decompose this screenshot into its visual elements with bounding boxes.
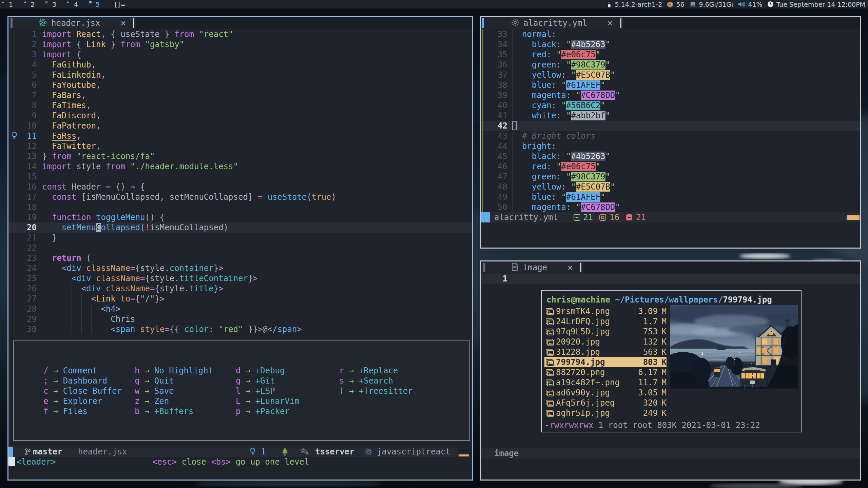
whichkey-binding-e[interactable]: e → Explorer	[43, 396, 102, 406]
code-line-42[interactable]: 42	[481, 121, 860, 131]
file-row-31228.jpg[interactable]: 31228.jpg563K	[544, 347, 667, 357]
file-row-ad6v90y.jpg[interactable]: ad6v90y.jpg3.05M	[544, 388, 667, 398]
code-line-11[interactable]: 11 FaRss,	[8, 131, 472, 141]
file-row-24LrDFQ.jpg[interactable]: 24LrDFQ.jpg1.7M	[544, 316, 667, 327]
whichkey-binding-s[interactable]: s → +Search	[339, 376, 393, 386]
code-line-25[interactable]: 25 <div className={style.titleContainer}…	[8, 273, 472, 284]
workspace-tag-1[interactable]: 1	[0, 0, 22, 8]
workspace-tag-3[interactable]: 3	[43, 0, 65, 8]
code-line-50[interactable]: 50 magenta: "#C678DD"	[481, 202, 860, 212]
code-line-33[interactable]: 33 normal:	[481, 29, 860, 39]
whichkey-binding-f[interactable]: f → Files	[43, 406, 88, 416]
whichkey-binding-w[interactable]: w → Save	[135, 386, 174, 396]
code-line-5[interactable]: 5 FaLinkedin,	[8, 70, 472, 80]
file-row-799794.jpg[interactable]: 799794.jpg803K	[544, 357, 667, 367]
code-line-35[interactable]: 35 red: "#e06c75"	[481, 50, 860, 60]
whichkey-binding-/[interactable]: / → Comment	[43, 366, 97, 376]
tab-title[interactable]: image	[523, 263, 547, 272]
file-icon	[511, 263, 519, 272]
code-line-6[interactable]: 6 FaYoutube,	[8, 80, 472, 90]
whichkey-binding-p[interactable]: p → +Packer	[236, 406, 290, 416]
code-line-40[interactable]: 40 cyan: "#56B6C2"	[481, 100, 860, 111]
whichkey-binding-r[interactable]: r → +Replace	[339, 366, 398, 376]
code-line-44[interactable]: 44 bright:	[481, 141, 860, 151]
code-line-45[interactable]: 45 black: "#4b5263"	[481, 151, 860, 161]
tab-title[interactable]: alacritty.yml	[523, 18, 587, 28]
whichkey-binding-b[interactable]: b → +Buffers	[135, 406, 193, 416]
code-line-49[interactable]: 49 blue: "#61AFEF"	[481, 192, 860, 202]
code-line-27[interactable]: 27 <Link to={"/"}>	[8, 294, 472, 304]
code-line-4[interactable]: 4 FaGithub,	[8, 60, 472, 70]
whichkey-binding-L[interactable]: L → +LunarVim	[236, 396, 300, 406]
tab-alacritty-yml[interactable]: alacritty.yml ×	[481, 17, 623, 29]
workspace-tag-5[interactable]: 5	[87, 0, 109, 8]
code-line-21[interactable]: 21 }	[8, 233, 472, 243]
whichkey-binding-T[interactable]: T → +Treesitter	[339, 386, 413, 396]
tab-close-icon[interactable]: ×	[567, 262, 573, 273]
whichkey-binding-g[interactable]: g → +Git	[236, 376, 275, 386]
tab-close-icon[interactable]: ×	[121, 18, 126, 28]
file-row-97q9L5D.jpg[interactable]: 97q9L5D.jpg753K	[544, 327, 667, 337]
file-row-882720.png[interactable]: 882720.png6.17M	[544, 367, 667, 377]
file-row-9rsmTK4.png[interactable]: 9rsmTK4.png3.09M	[544, 306, 667, 316]
code-line-38[interactable]: 38 blue: "#61AFEF"	[481, 80, 860, 90]
file-row-20920.jpg[interactable]: 20920.jpg132K	[544, 337, 667, 347]
code-line-3[interactable]: 3import {	[8, 50, 472, 60]
tab-title[interactable]: header.jsx	[51, 18, 100, 28]
whichkey-binding-l[interactable]: l → +LSP	[236, 386, 275, 396]
file-row-aghr5Ip.jpg[interactable]: aghr5Ip.jpg249K	[544, 408, 667, 418]
code-line-30[interactable]: 30 <span style={{ color: "red" }}>@</spa…	[8, 324, 472, 334]
whichkey-binding-c[interactable]: c → Close Buffer	[43, 386, 122, 396]
code-line-39[interactable]: 39 magenta: "#C678DD"	[481, 90, 860, 100]
code-line-41[interactable]: 41 white: "#abb2bf"	[481, 111, 860, 121]
code-line-10[interactable]: 10 FaPatreon,	[8, 121, 472, 131]
code-line-1[interactable]: 1import React, { useState } from "react"	[8, 29, 472, 39]
hex-color-chip: #C678DD	[581, 202, 615, 212]
code-line-23[interactable]: 23 return (	[8, 253, 472, 263]
code-line-22[interactable]: 22	[8, 243, 472, 253]
binding-label: +Debug	[255, 366, 285, 375]
code-line-34[interactable]: 34 black: "#4b5263"	[481, 39, 860, 50]
code-line-9[interactable]: 9 FaDiscord,	[8, 111, 472, 121]
line-number: 38	[481, 80, 507, 90]
image-file-icon	[544, 357, 556, 367]
code-line-8[interactable]: 8 FaTimes,	[8, 100, 472, 111]
code-line-1[interactable]: 1	[481, 274, 860, 284]
code-line-18[interactable]: 18	[8, 202, 472, 212]
code-line-47[interactable]: 47 green: "#98C379"	[481, 172, 860, 182]
code-line-14[interactable]: 14import style from "./header.module.les…	[8, 161, 472, 172]
whichkey-binding-q[interactable]: q → Quit	[135, 376, 174, 386]
code-line-12[interactable]: 12 FaTwitter,	[8, 141, 472, 151]
code-line-7[interactable]: 7 FaBars,	[8, 90, 472, 100]
workspace-tag-2[interactable]: 2	[22, 0, 43, 8]
code-line-16[interactable]: 16const Header = () ⇒ {	[8, 182, 472, 192]
code-line-48[interactable]: 48 yellow: "#E5C07B"	[481, 182, 860, 192]
layout-symbol[interactable]: []=	[115, 1, 126, 8]
code-line-13[interactable]: 13} from "react-icons/fa"	[8, 151, 472, 161]
code-line-15[interactable]: 15	[8, 172, 472, 182]
code-line-19[interactable]: 19 function toggleMenu() {	[8, 212, 472, 222]
code-line-24[interactable]: 24 <div className={style.container}>	[8, 263, 472, 273]
code-line-29[interactable]: 29 Chris	[8, 314, 472, 324]
code-line-36[interactable]: 36 green: "#98C379"	[481, 60, 860, 70]
code-line-17[interactable]: 17 const [isMenuCollapsed, setMenuCollap…	[8, 192, 472, 202]
whichkey-binding-;[interactable]: ; → Dashboard	[43, 376, 107, 386]
code-line-28[interactable]: 28 <h4>	[8, 304, 472, 314]
tab-image[interactable]: image ×	[481, 261, 583, 274]
whichkey-binding-h[interactable]: h → No Highlight	[135, 366, 213, 376]
code-line-46[interactable]: 46 red: "#e06c75"	[481, 161, 860, 172]
tab-header-jsx[interactable]: header.jsx ×	[8, 17, 136, 29]
code-text: import {	[42, 50, 81, 60]
mode-indicator	[481, 212, 490, 222]
code-line-20[interactable]: 20 setMenuCollapsed(!isMenuCollapsed)	[8, 222, 472, 233]
file-row-AFq5r6j.jpeg[interactable]: AFq5r6j.jpeg320K	[544, 398, 667, 408]
tab-close-icon[interactable]: ×	[607, 18, 613, 28]
code-line-37[interactable]: 37 yellow: "#E5C07B"	[481, 70, 860, 80]
whichkey-binding-d[interactable]: d → +Debug	[236, 366, 285, 376]
code-line-26[interactable]: 26 <div className={style.title}>	[8, 284, 472, 294]
whichkey-binding-z[interactable]: z → Zen	[135, 396, 169, 406]
code-line-2[interactable]: 2import { Link } from "gatsby"	[8, 39, 472, 50]
workspace-tag-4[interactable]: 4	[65, 0, 87, 8]
file-row-a19c482f~.png[interactable]: a19c482f~.png11.7M	[544, 377, 667, 388]
code-line-43[interactable]: 43 # Bright colors	[481, 131, 860, 141]
